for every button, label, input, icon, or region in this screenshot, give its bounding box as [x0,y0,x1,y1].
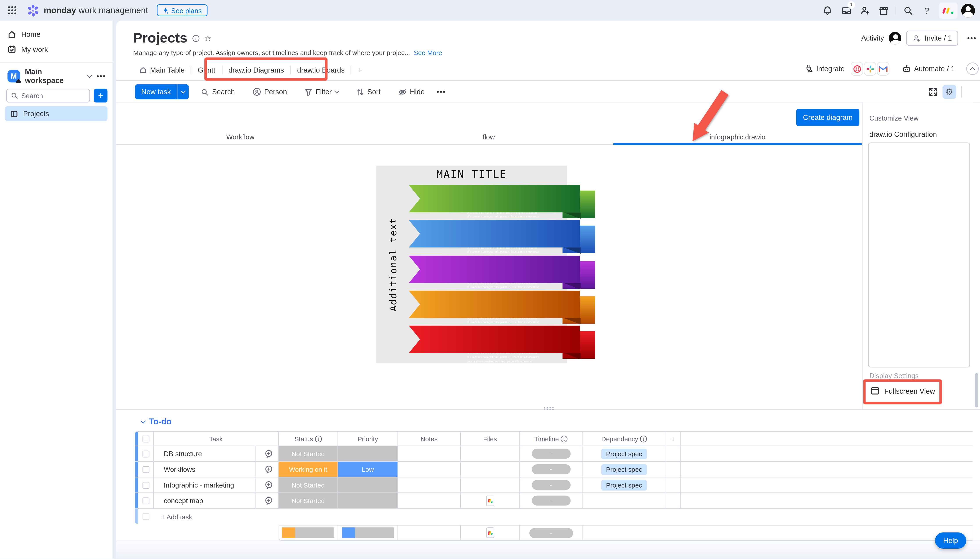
panel-scrollbar[interactable] [975,373,978,407]
task-name-cell[interactable]: Infographic - marketing [154,478,279,493]
filter-dropdown-icon[interactable] [334,88,339,94]
priority-summary-bar[interactable] [338,525,398,541]
notes-cell[interactable] [398,493,461,509]
view-settings-gear-icon[interactable] [942,85,956,99]
diagram-tab-flow[interactable]: flow [364,106,613,145]
column-header-dependency[interactable]: Dependency [583,431,666,446]
status-cell[interactable]: Working on it [279,462,338,478]
files-cell[interactable] [461,493,520,509]
star-icon[interactable] [204,33,212,44]
priority-cell[interactable] [338,446,398,461]
search-tool-button[interactable]: Search [195,84,241,99]
add-update-icon[interactable] [264,450,273,458]
help-button[interactable]: Help [935,533,967,549]
status-cell[interactable]: Not Started [279,446,338,461]
group-collapse-icon[interactable] [140,418,146,423]
priority-cell[interactable]: Low [338,462,398,478]
tab-main-table[interactable]: Main Table [133,60,191,80]
column-header-status[interactable]: Status [279,431,338,446]
notes-cell[interactable] [398,446,461,461]
info-icon[interactable] [192,35,199,41]
dependency-cell[interactable]: Project spec [583,478,666,493]
create-diagram-button[interactable]: Create diagram [796,109,859,126]
add-item-button[interactable]: + [94,89,107,103]
select-all-checkbox[interactable] [138,431,154,446]
column-header-notes[interactable]: Notes [398,431,461,446]
toolbar-more-icon[interactable] [436,91,445,93]
sidebar-search-input[interactable]: Search [7,89,90,103]
drawio-configuration-textarea[interactable] [868,142,970,367]
notes-cell[interactable] [398,478,461,493]
column-header-task[interactable]: Task [154,431,279,446]
add-update-icon[interactable] [264,481,273,489]
inbox-icon[interactable]: 1 [837,3,856,17]
files-summary [461,525,520,541]
task-name-cell[interactable]: concept map [154,493,279,509]
status-summary-bar[interactable] [279,525,338,541]
add-update-icon[interactable] [264,496,273,505]
gmail-app-icon [877,62,890,76]
add-update-icon[interactable] [264,465,273,474]
task-name-cell[interactable]: DB structure [154,446,279,461]
automate-button[interactable]: Automate / 1 [914,65,955,72]
task-name-cell[interactable]: Workflows [154,462,279,478]
apps-grid-icon[interactable] [2,3,21,17]
dependency-cell[interactable]: Project spec [583,462,666,478]
status-cell[interactable]: Not Started [279,493,338,509]
user-avatar[interactable] [961,3,975,17]
marketplace-icon[interactable] [874,3,893,17]
activity-button[interactable]: Activity [861,35,884,42]
row-checkbox[interactable] [138,493,154,509]
files-cell[interactable] [461,446,520,461]
diagram-tab-workflow[interactable]: Workflow [116,106,364,145]
dependency-cell[interactable]: Project spec [583,446,666,461]
timeline-cell[interactable]: - [520,493,583,509]
row-checkbox[interactable] [138,462,154,478]
new-task-dropdown[interactable] [177,84,189,99]
sidebar-item-home[interactable]: Home [0,27,112,42]
splitter-grip-icon[interactable] [543,407,554,410]
help-icon[interactable]: ? [917,3,936,17]
hide-button[interactable]: Hide [392,84,430,99]
row-checkbox[interactable] [138,446,154,461]
see-plans-button[interactable]: See plans [157,4,207,16]
sort-button[interactable]: Sort [350,84,386,99]
dependency-cell[interactable] [583,493,666,509]
monday-doc-file-icon[interactable] [486,495,494,506]
filter-button[interactable]: Filter [299,84,344,99]
invite-button[interactable]: Invite / 1 [907,31,958,46]
files-cell[interactable] [461,462,520,478]
sidebar-item-projects[interactable]: Projects [5,106,107,121]
sidebar-item-my-work[interactable]: My work [0,42,112,57]
activity-avatar[interactable] [889,32,902,44]
timeline-cell[interactable]: - [520,462,583,478]
group-header[interactable]: To-do [141,417,172,426]
notifications-bell-icon[interactable] [818,3,837,17]
row-checkbox[interactable] [138,478,154,493]
column-header-priority[interactable]: Priority [338,431,398,446]
search-icon[interactable] [899,3,917,17]
invite-members-icon[interactable] [856,3,874,17]
priority-cell[interactable] [338,493,398,509]
collapse-header-button[interactable] [966,63,978,75]
person-filter-button[interactable]: Person [247,84,293,99]
column-header-timeline[interactable]: Timeline [520,431,583,446]
timeline-cell[interactable]: - [520,478,583,493]
workspace-menu-icon[interactable] [96,75,105,78]
priority-cell[interactable] [338,478,398,493]
fullscreen-expand-icon[interactable] [929,88,937,96]
files-cell[interactable] [461,478,520,493]
add-task-row[interactable]: + Add task [135,509,973,524]
column-header-files[interactable]: Files [461,431,520,446]
add-column-button[interactable]: + [666,431,681,446]
see-more-link[interactable]: See More [414,49,442,56]
integrate-button[interactable]: Integrate [816,65,844,72]
timeline-cell[interactable]: - [520,446,583,461]
tab-add[interactable]: + [352,60,368,80]
new-task-button[interactable]: New task [135,84,189,99]
notes-cell[interactable] [398,462,461,478]
workspace-switcher[interactable]: M Main workspace [0,68,112,85]
board-menu-icon[interactable] [967,37,976,39]
add-task-button[interactable]: + Add task [154,509,973,524]
status-cell[interactable]: Not Started [279,478,338,493]
